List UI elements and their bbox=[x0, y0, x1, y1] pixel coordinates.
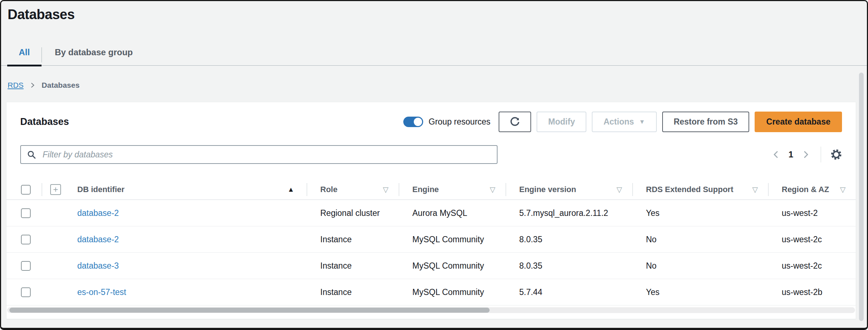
refresh-icon bbox=[509, 116, 521, 128]
rds-console-window: Databases All By database group RDS Data… bbox=[0, 0, 868, 330]
region-az-cell: us-west-2b bbox=[768, 287, 856, 297]
table-row: es-on-57-test Instance MySQL Community 5… bbox=[6, 279, 856, 305]
tab-by-database-group[interactable]: By database group bbox=[42, 47, 146, 65]
actions-dropdown-icon: ▼ bbox=[639, 118, 645, 126]
pagination: 1 bbox=[768, 147, 844, 162]
rds-extended-support-cell: Yes bbox=[632, 287, 768, 297]
previous-page-button[interactable] bbox=[768, 147, 784, 162]
column-label: DB identifier bbox=[77, 185, 125, 194]
panel-header: Databases Group resources Modify Actions… bbox=[6, 102, 856, 132]
column-header-engine[interactable]: Engine ▽ bbox=[399, 180, 505, 199]
tab-all[interactable]: All bbox=[7, 47, 42, 65]
engine-cell: MySQL Community bbox=[399, 235, 505, 244]
vertical-scrollbar-thumb[interactable] bbox=[859, 73, 864, 321]
modify-button[interactable]: Modify bbox=[537, 112, 586, 132]
column-label: Engine bbox=[412, 185, 439, 194]
filter-caret-icon[interactable]: ▽ bbox=[617, 185, 632, 194]
column-label: Role bbox=[320, 185, 338, 194]
page-title: Databases bbox=[8, 7, 867, 22]
breadcrumb-chevron-icon bbox=[29, 82, 36, 88]
table-row: database-2 Regional cluster Aurora MySQL… bbox=[6, 200, 856, 226]
current-page-number: 1 bbox=[789, 149, 793, 160]
rds-extended-support-cell: No bbox=[632, 261, 768, 271]
breadcrumb: RDS Databases bbox=[8, 81, 867, 90]
row-checkbox[interactable] bbox=[21, 261, 31, 271]
column-header-db-identifier[interactable]: + DB identifier ▲ bbox=[42, 180, 307, 199]
row-checkbox[interactable] bbox=[21, 208, 31, 218]
engine-cell: MySQL Community bbox=[399, 261, 505, 271]
sort-ascending-icon: ▲ bbox=[287, 186, 307, 194]
filter-caret-icon[interactable]: ▽ bbox=[752, 185, 768, 194]
role-cell: Instance bbox=[307, 261, 399, 271]
breadcrumb-current: Databases bbox=[42, 81, 79, 90]
refresh-button[interactable] bbox=[499, 112, 531, 132]
table-row: database-2 Instance MySQL Community 8.0.… bbox=[6, 226, 856, 253]
column-header-engine-version[interactable]: Engine version ▽ bbox=[505, 180, 632, 199]
db-identifier-link[interactable]: database-2 bbox=[77, 208, 119, 218]
filter-caret-icon[interactable]: ▽ bbox=[840, 185, 856, 194]
region-az-cell: us-west-2c bbox=[768, 261, 856, 271]
filter-databases-input[interactable] bbox=[20, 145, 498, 164]
db-identifier-link[interactable]: es-on-57-test bbox=[77, 287, 126, 297]
rds-extended-support-cell: No bbox=[632, 235, 768, 244]
engine-version-cell: 5.7.44 bbox=[505, 287, 632, 297]
select-all-checkbox[interactable] bbox=[21, 185, 31, 195]
role-cell: Instance bbox=[307, 235, 399, 244]
create-database-button[interactable]: Create database bbox=[755, 112, 842, 132]
panel-heading: Databases bbox=[20, 116, 69, 127]
engine-cell: MySQL Community bbox=[399, 287, 505, 297]
table-row: database-3 Instance MySQL Community 8.0.… bbox=[6, 253, 856, 279]
breadcrumb-link-rds[interactable]: RDS bbox=[8, 81, 23, 90]
db-identifier-link[interactable]: database-2 bbox=[77, 235, 119, 244]
engine-version-cell: 8.0.35 bbox=[505, 235, 632, 244]
actions-button[interactable]: Actions ▼ bbox=[592, 112, 656, 132]
tab-all-label: All bbox=[19, 47, 30, 57]
databases-table: + DB identifier ▲ Role ▽ Engine ▽ Engine… bbox=[6, 180, 856, 305]
table-header-row: + DB identifier ▲ Role ▽ Engine ▽ Engine… bbox=[6, 180, 856, 200]
group-resources-label: Group resources bbox=[429, 117, 490, 127]
chevron-left-icon bbox=[772, 150, 781, 159]
group-resources-toggle[interactable] bbox=[403, 117, 423, 127]
databases-panel: Databases Group resources Modify Actions… bbox=[6, 102, 856, 319]
db-identifier-link[interactable]: database-3 bbox=[77, 261, 119, 270]
preferences-button[interactable] bbox=[828, 147, 844, 162]
next-page-button[interactable] bbox=[798, 147, 813, 162]
filter-caret-icon[interactable]: ▽ bbox=[383, 185, 399, 194]
filter-row: 1 bbox=[6, 132, 856, 164]
panel-controls: Group resources Modify Actions ▼ Restore… bbox=[403, 112, 842, 132]
engine-version-cell: 5.7.mysql_aurora.2.11.2 bbox=[505, 208, 632, 218]
engine-cell: Aurora MySQL bbox=[399, 208, 505, 218]
gear-icon bbox=[830, 148, 843, 161]
region-az-cell: us-west-2 bbox=[768, 208, 856, 218]
select-all-cell bbox=[6, 180, 42, 199]
tabs-bar: All By database group bbox=[1, 41, 867, 66]
role-cell: Instance bbox=[307, 287, 399, 297]
search-box bbox=[20, 145, 498, 164]
column-label: RDS Extended Support bbox=[646, 185, 733, 194]
rds-extended-support-cell: Yes bbox=[632, 208, 768, 218]
pagination-divider bbox=[821, 147, 821, 162]
chevron-right-icon bbox=[801, 150, 810, 159]
horizontal-scrollbar-thumb[interactable] bbox=[9, 308, 490, 313]
restore-from-s3-button[interactable]: Restore from S3 bbox=[662, 112, 750, 132]
column-header-rds-extended-support[interactable]: RDS Extended Support ▽ bbox=[632, 180, 768, 199]
tab-by-database-group-label: By database group bbox=[55, 47, 133, 57]
horizontal-scrollbar bbox=[7, 307, 855, 313]
column-label: Engine version bbox=[519, 185, 576, 194]
search-icon bbox=[27, 150, 36, 160]
actions-button-label: Actions bbox=[603, 117, 634, 127]
row-checkbox[interactable] bbox=[21, 287, 31, 297]
expand-all-icon[interactable]: + bbox=[50, 184, 61, 195]
role-cell: Regional cluster bbox=[307, 208, 399, 218]
filter-caret-icon[interactable]: ▽ bbox=[490, 185, 505, 194]
row-checkbox[interactable] bbox=[21, 235, 31, 244]
engine-version-cell: 8.0.35 bbox=[505, 261, 632, 271]
column-header-role[interactable]: Role ▽ bbox=[307, 180, 399, 199]
region-az-cell: us-west-2c bbox=[768, 235, 856, 244]
column-header-region-az[interactable]: Region & AZ ▽ bbox=[768, 180, 856, 199]
column-label: Region & AZ bbox=[782, 185, 829, 194]
toggle-knob bbox=[414, 118, 422, 126]
